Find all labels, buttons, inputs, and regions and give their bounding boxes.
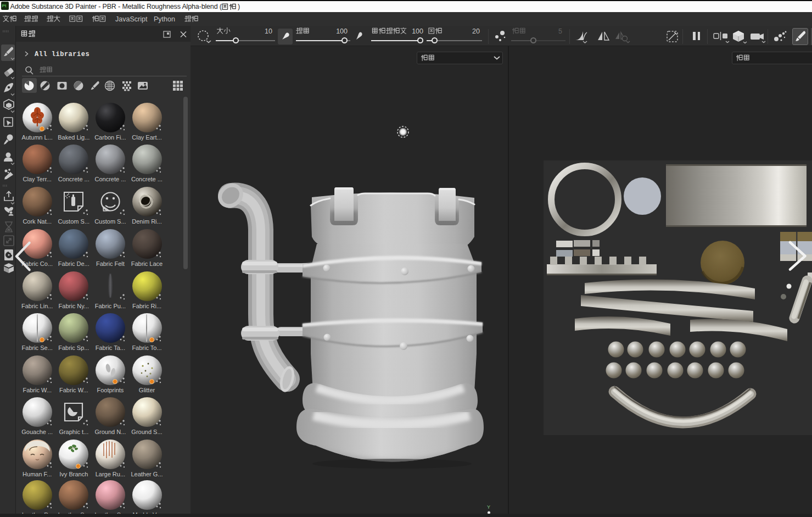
svg-text:Y: Y: [487, 504, 490, 510]
